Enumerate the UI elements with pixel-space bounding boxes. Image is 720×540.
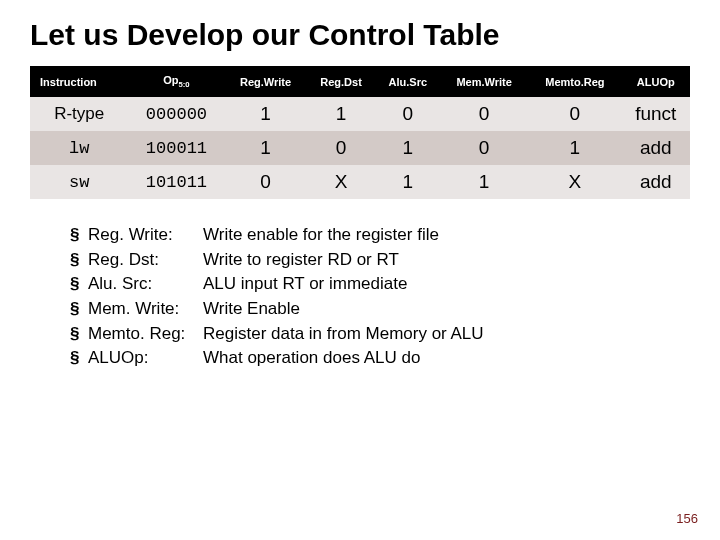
list-item: § Reg. Write: Write enable for the regis… <box>70 223 690 248</box>
slide: Let us Develop our Control Table Instruc… <box>0 0 720 540</box>
list-item: § ALUOp: What operation does ALU do <box>70 346 690 371</box>
col-memtoreg: Memto.Reg <box>528 66 621 97</box>
col-regwrite: Reg.Write <box>225 66 307 97</box>
col-aluop: ALUOp <box>622 66 690 97</box>
cell-regdst: 0 <box>307 131 376 165</box>
term-desc: Register data in from Memory or ALU <box>203 322 690 347</box>
cell-alusrc: 1 <box>375 131 440 165</box>
col-memwrite: Mem.Write <box>440 66 528 97</box>
page-number: 156 <box>676 511 698 526</box>
term-desc: Write enable for the register file <box>203 223 690 248</box>
cell-regdst: X <box>307 165 376 199</box>
col-regdst: Reg.Dst <box>307 66 376 97</box>
table-row: sw 101011 0 X 1 1 X add <box>30 165 690 199</box>
bullet-icon: § <box>70 248 88 273</box>
cell-memwrite: 0 <box>440 131 528 165</box>
cell-regwrite: 1 <box>225 97 307 131</box>
cell-aluop: add <box>622 131 690 165</box>
term-label: Memto. Reg: <box>88 322 203 347</box>
col-op-sub: 5:0 <box>179 80 190 89</box>
term-label: Reg. Dst: <box>88 248 203 273</box>
cell-memtoreg: 1 <box>528 131 621 165</box>
cell-instr: sw <box>30 165 128 199</box>
cell-instr: lw <box>30 131 128 165</box>
cell-memwrite: 0 <box>440 97 528 131</box>
cell-instr: R-type <box>30 97 128 131</box>
bullet-icon: § <box>70 272 88 297</box>
bullet-icon: § <box>70 297 88 322</box>
table-row: lw 100011 1 0 1 0 1 add <box>30 131 690 165</box>
term-desc: ALU input RT or immediate <box>203 272 690 297</box>
cell-regwrite: 1 <box>225 131 307 165</box>
term-label: ALUOp: <box>88 346 203 371</box>
definitions-list: § Reg. Write: Write enable for the regis… <box>70 223 690 371</box>
bullet-icon: § <box>70 346 88 371</box>
table-header-row: Instruction Op5:0 Reg.Write Reg.Dst Alu.… <box>30 66 690 97</box>
term-desc: Write Enable <box>203 297 690 322</box>
cell-op: 000000 <box>128 97 224 131</box>
term-desc: What operation does ALU do <box>203 346 690 371</box>
col-op: Op5:0 <box>128 66 224 97</box>
bullet-icon: § <box>70 223 88 248</box>
list-item: § Mem. Write: Write Enable <box>70 297 690 322</box>
list-item: § Alu. Src: ALU input RT or immediate <box>70 272 690 297</box>
table-row: R-type 000000 1 1 0 0 0 funct <box>30 97 690 131</box>
col-op-base: Op <box>163 74 178 86</box>
list-item: § Memto. Reg: Register data in from Memo… <box>70 322 690 347</box>
cell-regdst: 1 <box>307 97 376 131</box>
cell-regwrite: 0 <box>225 165 307 199</box>
cell-memtoreg: X <box>528 165 621 199</box>
term-label: Mem. Write: <box>88 297 203 322</box>
control-table: Instruction Op5:0 Reg.Write Reg.Dst Alu.… <box>30 66 690 199</box>
cell-alusrc: 1 <box>375 165 440 199</box>
cell-memwrite: 1 <box>440 165 528 199</box>
slide-title: Let us Develop our Control Table <box>30 18 690 52</box>
col-instruction: Instruction <box>30 66 128 97</box>
term-label: Alu. Src: <box>88 272 203 297</box>
col-alusrc: Alu.Src <box>375 66 440 97</box>
list-item: § Reg. Dst: Write to register RD or RT <box>70 248 690 273</box>
cell-aluop: funct <box>622 97 690 131</box>
bullet-icon: § <box>70 322 88 347</box>
cell-op: 100011 <box>128 131 224 165</box>
cell-memtoreg: 0 <box>528 97 621 131</box>
cell-op: 101011 <box>128 165 224 199</box>
term-desc: Write to register RD or RT <box>203 248 690 273</box>
cell-alusrc: 0 <box>375 97 440 131</box>
term-label: Reg. Write: <box>88 223 203 248</box>
cell-aluop: add <box>622 165 690 199</box>
